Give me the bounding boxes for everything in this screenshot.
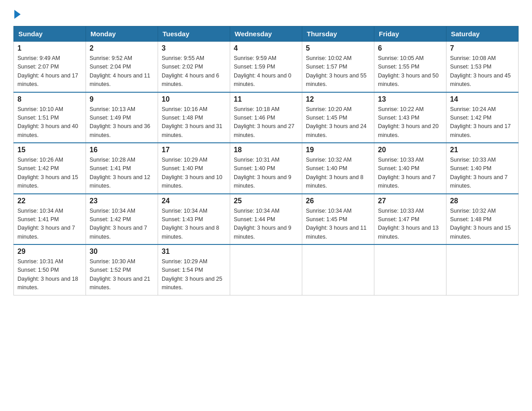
calendar-header-row: SundayMondayTuesdayWednesdayThursdayFrid… [14, 26, 519, 42]
day-info: Sunrise: 10:34 AMSunset: 1:41 PMDaylight… [17, 208, 75, 240]
calendar-cell: 3 Sunrise: 9:55 AMSunset: 2:02 PMDayligh… [158, 42, 230, 92]
calendar-cell: 26 Sunrise: 10:34 AMSunset: 1:45 PMDayli… [302, 194, 374, 245]
col-header-thursday: Thursday [302, 26, 374, 42]
day-number: 11 [234, 95, 298, 103]
day-info: Sunrise: 10:02 AMSunset: 1:57 PMDaylight… [306, 55, 367, 87]
day-info: Sunrise: 10:30 AMSunset: 1:52 PMDaylight… [90, 258, 150, 291]
day-number: 8 [17, 95, 82, 103]
day-info: Sunrise: 10:33 AMSunset: 1:40 PMDaylight… [450, 157, 508, 189]
calendar-cell [302, 244, 374, 295]
calendar-cell: 6 Sunrise: 10:05 AMSunset: 1:55 PMDaylig… [374, 42, 446, 92]
day-info: Sunrise: 10:26 AMSunset: 1:42 PMDaylight… [17, 157, 78, 189]
calendar-cell: 2 Sunrise: 9:52 AMSunset: 2:04 PMDayligh… [86, 42, 158, 92]
day-number: 29 [17, 248, 82, 256]
day-number: 22 [17, 197, 82, 205]
day-info: Sunrise: 10:34 AMSunset: 1:43 PMDaylight… [162, 208, 219, 240]
calendar-cell: 20 Sunrise: 10:33 AMSunset: 1:40 PMDayli… [374, 143, 446, 194]
day-info: Sunrise: 10:31 AMSunset: 1:50 PMDaylight… [17, 258, 78, 291]
day-number: 10 [162, 95, 226, 103]
calendar-cell: 27 Sunrise: 10:33 AMSunset: 1:47 PMDayli… [374, 194, 446, 245]
calendar-cell: 14 Sunrise: 10:24 AMSunset: 1:42 PMDayli… [446, 92, 519, 143]
day-info: Sunrise: 10:13 AMSunset: 1:49 PMDaylight… [90, 106, 150, 138]
day-info: Sunrise: 9:55 AMSunset: 2:02 PMDaylight:… [162, 55, 219, 87]
calendar-cell: 11 Sunrise: 10:18 AMSunset: 1:46 PMDayli… [230, 92, 302, 143]
calendar-cell: 23 Sunrise: 10:34 AMSunset: 1:42 PMDayli… [86, 194, 158, 245]
page-header [13, 9, 519, 18]
calendar-week-row: 8 Sunrise: 10:10 AMSunset: 1:51 PMDaylig… [14, 92, 519, 143]
day-info: Sunrise: 10:16 AMSunset: 1:48 PMDaylight… [162, 106, 223, 138]
logo [13, 9, 21, 18]
day-number: 28 [450, 197, 515, 205]
day-number: 21 [450, 146, 515, 154]
day-number: 17 [162, 146, 226, 154]
col-header-friday: Friday [374, 26, 446, 42]
day-info: Sunrise: 10:10 AMSunset: 1:51 PMDaylight… [17, 106, 78, 138]
day-number: 4 [234, 44, 298, 52]
calendar-week-row: 22 Sunrise: 10:34 AMSunset: 1:41 PMDayli… [14, 194, 519, 245]
day-number: 13 [378, 95, 442, 103]
col-header-wednesday: Wednesday [230, 26, 302, 42]
day-info: Sunrise: 10:29 AMSunset: 1:40 PMDaylight… [162, 157, 223, 189]
day-number: 5 [306, 44, 370, 52]
logo-arrow-icon [14, 10, 21, 19]
day-number: 3 [162, 44, 226, 52]
day-info: Sunrise: 10:20 AMSunset: 1:45 PMDaylight… [306, 106, 367, 138]
calendar-cell: 19 Sunrise: 10:32 AMSunset: 1:40 PMDayli… [302, 143, 374, 194]
calendar-cell: 30 Sunrise: 10:30 AMSunset: 1:52 PMDayli… [86, 244, 158, 295]
calendar-cell: 15 Sunrise: 10:26 AMSunset: 1:42 PMDayli… [14, 143, 86, 194]
calendar-cell: 31 Sunrise: 10:29 AMSunset: 1:54 PMDayli… [158, 244, 230, 295]
col-header-tuesday: Tuesday [158, 26, 230, 42]
day-info: Sunrise: 10:34 AMSunset: 1:42 PMDaylight… [90, 208, 147, 240]
day-number: 6 [378, 44, 442, 52]
calendar-cell [230, 244, 302, 295]
calendar-cell: 17 Sunrise: 10:29 AMSunset: 1:40 PMDayli… [158, 143, 230, 194]
calendar-cell: 18 Sunrise: 10:31 AMSunset: 1:40 PMDayli… [230, 143, 302, 194]
day-number: 19 [306, 146, 370, 154]
calendar-cell: 5 Sunrise: 10:02 AMSunset: 1:57 PMDaylig… [302, 42, 374, 92]
calendar-cell: 10 Sunrise: 10:16 AMSunset: 1:48 PMDayli… [158, 92, 230, 143]
calendar-cell: 13 Sunrise: 10:22 AMSunset: 1:43 PMDayli… [374, 92, 446, 143]
day-info: Sunrise: 10:08 AMSunset: 1:53 PMDaylight… [450, 55, 511, 87]
day-info: Sunrise: 10:31 AMSunset: 1:40 PMDaylight… [234, 157, 292, 189]
col-header-sunday: Sunday [14, 26, 86, 42]
calendar-cell: 4 Sunrise: 9:59 AMSunset: 1:59 PMDayligh… [230, 42, 302, 92]
calendar-cell [446, 244, 519, 295]
day-info: Sunrise: 9:49 AMSunset: 2:07 PMDaylight:… [17, 55, 78, 87]
day-number: 9 [90, 95, 154, 103]
calendar-cell: 7 Sunrise: 10:08 AMSunset: 1:53 PMDaylig… [446, 42, 519, 92]
day-info: Sunrise: 10:18 AMSunset: 1:46 PMDaylight… [234, 106, 295, 138]
calendar-week-row: 1 Sunrise: 9:49 AMSunset: 2:07 PMDayligh… [14, 42, 519, 92]
calendar-week-row: 29 Sunrise: 10:31 AMSunset: 1:50 PMDayli… [14, 244, 519, 295]
day-info: Sunrise: 10:22 AMSunset: 1:43 PMDaylight… [378, 106, 439, 138]
day-number: 18 [234, 146, 298, 154]
calendar-cell: 22 Sunrise: 10:34 AMSunset: 1:41 PMDayli… [14, 194, 86, 245]
calendar-week-row: 15 Sunrise: 10:26 AMSunset: 1:42 PMDayli… [14, 143, 519, 194]
calendar-cell: 28 Sunrise: 10:32 AMSunset: 1:48 PMDayli… [446, 194, 519, 245]
day-info: Sunrise: 10:34 AMSunset: 1:45 PMDaylight… [306, 208, 367, 240]
calendar-cell [374, 244, 446, 295]
day-number: 23 [90, 197, 154, 205]
calendar-cell: 25 Sunrise: 10:34 AMSunset: 1:44 PMDayli… [230, 194, 302, 245]
day-info: Sunrise: 10:32 AMSunset: 1:40 PMDaylight… [306, 157, 364, 189]
day-number: 20 [378, 146, 442, 154]
day-info: Sunrise: 10:28 AMSunset: 1:41 PMDaylight… [90, 157, 150, 189]
day-number: 16 [90, 146, 154, 154]
day-number: 26 [306, 197, 370, 205]
col-header-saturday: Saturday [446, 26, 519, 42]
col-header-monday: Monday [86, 26, 158, 42]
calendar-cell: 9 Sunrise: 10:13 AMSunset: 1:49 PMDaylig… [86, 92, 158, 143]
calendar-cell: 16 Sunrise: 10:28 AMSunset: 1:41 PMDayli… [86, 143, 158, 194]
day-number: 7 [450, 44, 515, 52]
day-number: 31 [162, 248, 226, 256]
day-number: 15 [17, 146, 82, 154]
day-info: Sunrise: 10:05 AMSunset: 1:55 PMDaylight… [378, 55, 439, 87]
day-number: 2 [90, 44, 154, 52]
day-info: Sunrise: 10:33 AMSunset: 1:40 PMDaylight… [378, 157, 436, 189]
day-info: Sunrise: 9:52 AMSunset: 2:04 PMDaylight:… [90, 55, 150, 87]
day-number: 30 [90, 248, 154, 256]
day-number: 12 [306, 95, 370, 103]
calendar-cell: 24 Sunrise: 10:34 AMSunset: 1:43 PMDayli… [158, 194, 230, 245]
calendar-cell: 21 Sunrise: 10:33 AMSunset: 1:40 PMDayli… [446, 143, 519, 194]
day-number: 14 [450, 95, 515, 103]
calendar-table: SundayMondayTuesdayWednesdayThursdayFrid… [13, 26, 519, 295]
